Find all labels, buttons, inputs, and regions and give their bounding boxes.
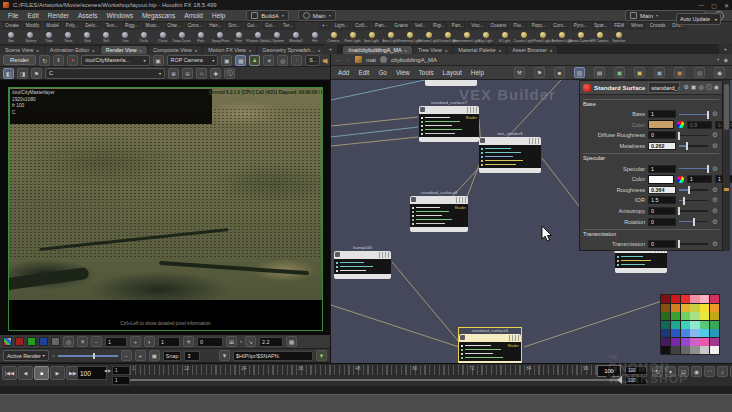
palette-swatch[interactable] [710,304,719,312]
parameter-label[interactable]: Anisotropy [583,208,645,214]
palette-swatch[interactable] [700,346,709,354]
shelf-tab[interactable]: Part... [372,22,390,30]
palette-swatch[interactable] [690,346,699,354]
shelf-tab[interactable]: Light... [332,22,352,30]
palette-swatch[interactable] [681,295,690,303]
shelf-tab[interactable]: Rigg... [122,22,141,30]
shelf-tab[interactable]: Crowds [647,22,669,30]
parameter-slider[interactable] [679,135,708,137]
blue-channel-icon[interactable] [39,337,48,346]
palette-swatch[interactable] [690,338,699,346]
performance-icon[interactable]: ◠ [704,366,715,377]
snapshot-slider[interactable] [58,355,118,357]
node-input-row[interactable] [336,269,389,273]
camera-snapshot-icon[interactable]: ▣ [149,350,160,361]
stop-render-icon[interactable]: ● [67,55,78,66]
maximize-button[interactable]: ▢ [711,2,717,9]
panel-header-icon[interactable]: ◎ [699,83,704,92]
shelfset-selector[interactable]: Main ▾ [298,10,336,21]
save-snapshot-icon[interactable]: ▼ [219,350,230,361]
pin-icon[interactable]: ◆ [723,56,728,63]
minimize-button[interactable]: — [698,2,704,9]
node-input-row[interactable] [412,222,466,226]
node-input-row[interactable] [481,163,539,167]
palette-swatch[interactable] [690,329,699,337]
zoom-value-field[interactable]: 1 [105,337,127,347]
refresh-icon[interactable]: ↻ [39,55,50,66]
node-header[interactable] [459,334,521,342]
shelf-tab[interactable]: Vell... [412,22,429,30]
shelf-tool[interactable]: Torus [59,30,78,44]
brightness-icon[interactable]: ✳ [183,336,194,347]
brightness-value-field[interactable]: 0 [197,337,223,347]
color-swatch[interactable] [648,175,674,184]
render-mode-selector[interactable]: Active Render ▾ [3,350,49,361]
shelf-tab-add[interactable]: + - [319,22,331,30]
playback-start-field[interactable]: 1 [112,376,130,385]
palette-swatch[interactable] [690,295,699,303]
shelf-tool[interactable]: Box [2,30,21,44]
desktop-selector[interactable]: BuildA ▾ [246,10,288,21]
palette-swatch[interactable] [671,346,680,354]
color-wheel-icon[interactable] [677,176,684,183]
shelf-tool[interactable]: Sphere [21,30,40,44]
palette-swatch[interactable] [700,321,709,329]
save-sequence-icon[interactable]: ▼ [316,350,327,361]
gear-icon[interactable]: ⚙ [711,196,719,204]
shelf-tool[interactable]: Platonic Solids [248,30,267,44]
render-region-icon[interactable]: ● [291,55,302,66]
menu-item[interactable]: Render [48,12,69,19]
shelf-tab[interactable]: Musc... [142,22,163,30]
parameter-label[interactable]: Specular [583,166,645,172]
node-wire[interactable] [331,80,425,100]
shelf-tab[interactable]: FEM [611,22,627,30]
snap-plus-button[interactable]: + [135,350,146,361]
dope-sheet-icon[interactable]: ⊡ [678,366,689,377]
parameter-slider[interactable] [679,243,708,245]
histogram-icon[interactable]: ▦ [286,336,297,347]
eye-icon[interactable]: ◉ [714,67,725,78]
palette-swatch[interactable] [710,329,719,337]
stop-icon[interactable]: ■ [554,67,565,78]
shelf-tool[interactable]: GI Light [495,30,514,44]
flag-icon[interactable]: ⚑ [534,67,545,78]
parameter-slider[interactable] [679,145,708,147]
panel-header-icon[interactable]: ◉ [714,83,719,92]
shelf-tool[interactable]: Environment Light [457,30,476,44]
shelf-tab[interactable]: Create [2,22,22,30]
network-node[interactable]: standard_surface6Shader [459,328,521,363]
palette-swatch[interactable] [710,346,719,354]
palette-swatch[interactable] [661,329,670,337]
stop-button[interactable]: ■ [34,366,49,380]
palette-swatch[interactable] [710,321,719,329]
tab-close-icon[interactable]: ■ [499,48,501,53]
range-end-field[interactable]: 100 [625,366,647,375]
parameter-value-field[interactable]: 0.364 [648,186,676,194]
shelf-tool[interactable]: Curve [154,30,173,44]
camera-selector[interactable]: ROP Camera ▾ [167,55,219,66]
node-wire[interactable] [331,127,418,137]
color-swatch[interactable] [648,120,674,129]
menu-item[interactable]: Help [212,12,225,19]
parameter-slider[interactable] [679,189,708,191]
node-wire[interactable] [331,305,459,347]
shelf-tab[interactable]: Part... [449,22,467,30]
audio-sync-icon[interactable]: ◉ [691,366,702,377]
parameter-label[interactable]: IOR [583,197,645,203]
shelf-tool[interactable]: Sky Light [476,30,495,44]
shelf-tool[interactable]: Caustic Light [514,30,533,44]
node-input-row[interactable] [421,132,477,136]
alpha-channel-icon[interactable] [51,337,60,346]
playhead[interactable] [617,376,622,384]
shelf-tab[interactable]: Hair... [206,22,224,30]
shelf-tool[interactable]: Null [97,30,116,44]
gear-icon[interactable]: ⚙ [711,142,719,150]
node-wire[interactable] [392,262,459,342]
shelf-tool[interactable]: Tube [40,30,59,44]
palette-swatch[interactable] [671,329,680,337]
play-reverse-button[interactable]: ◀ [18,366,33,380]
parameter-slider[interactable] [679,200,708,202]
palette-swatch[interactable] [661,304,670,312]
node-footer[interactable] [419,137,479,142]
current-frame-field[interactable]: 100 [77,366,107,380]
